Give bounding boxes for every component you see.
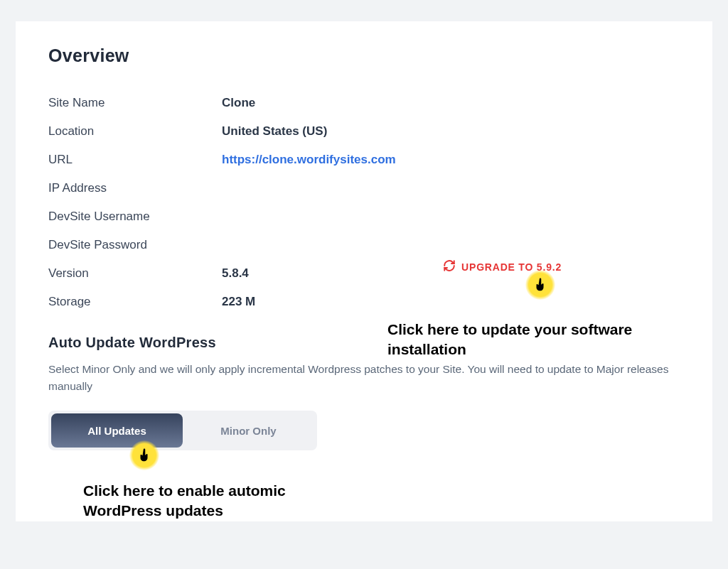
- minor-only-option[interactable]: Minor Only: [183, 413, 314, 448]
- location-label: Location: [48, 124, 222, 139]
- version-label: Version: [48, 266, 222, 281]
- all-updates-option[interactable]: All Updates: [51, 413, 183, 448]
- all-updates-annotation: Click here to enable automic WordPress u…: [83, 481, 353, 521]
- upgrade-link[interactable]: UPGRADE TO 5.9.2: [443, 259, 562, 274]
- ip-label: IP Address: [48, 181, 222, 195]
- url-label: URL: [48, 153, 222, 167]
- storage-label: Storage: [48, 295, 222, 309]
- site-name-label: Site Name: [48, 96, 222, 110]
- site-name-value: Clone: [222, 96, 255, 110]
- upgrade-annotation: Click here to update your software insta…: [387, 320, 643, 360]
- location-row: Location United States (US): [48, 117, 680, 146]
- url-link[interactable]: https://clone.wordifysites.com: [222, 153, 396, 167]
- page-title: Overview: [48, 45, 680, 66]
- auto-update-toggle: All Updates Minor Only: [48, 411, 317, 450]
- version-value: 5.8.4: [222, 266, 249, 281]
- version-row: Version 5.8.4 UPGRADE TO 5.9.2: [48, 259, 680, 288]
- location-value: United States (US): [222, 124, 327, 139]
- devsite-username-row: DevSite Username: [48, 202, 680, 231]
- storage-value: 223 M: [222, 295, 255, 309]
- refresh-icon: [443, 259, 456, 274]
- site-name-row: Site Name Clone: [48, 89, 680, 117]
- upgrade-label: UPGRADE TO 5.9.2: [461, 261, 562, 273]
- devsite-password-label: DevSite Password: [48, 238, 222, 252]
- storage-row: Storage 223 M: [48, 288, 680, 316]
- devsite-password-row: DevSite Password: [48, 231, 680, 259]
- overview-card: Overview Site Name Clone Location United…: [16, 21, 712, 521]
- auto-update-help: Select Minor Only and we will only apply…: [48, 361, 680, 395]
- devsite-username-label: DevSite Username: [48, 210, 222, 224]
- url-row: URL https://clone.wordifysites.com: [48, 146, 680, 174]
- ip-row: IP Address: [48, 174, 680, 202]
